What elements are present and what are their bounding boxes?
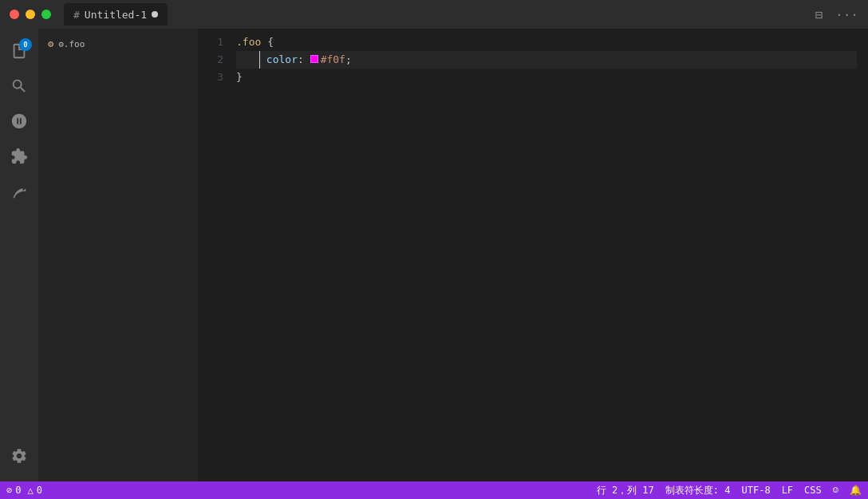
css-property: color <box>266 51 298 69</box>
titlebar: # Untitled-1 ⊟ ··· <box>0 0 868 29</box>
sidebar-file-label: ⚙.foo <box>58 39 85 49</box>
cursor <box>259 51 266 69</box>
code-line-2: color : #f0f ; <box>236 51 857 69</box>
line-number-2: 2 <box>198 51 223 69</box>
tab-hash-icon: # <box>73 9 80 21</box>
activity-bottom <box>3 440 35 481</box>
smiley-icon: ☺ <box>833 485 838 496</box>
activity-remote-icon[interactable] <box>3 175 35 207</box>
line-number-1: 1 <box>198 33 223 51</box>
titlebar-actions: ⊟ ··· <box>815 7 858 22</box>
activity-extensions-icon[interactable] <box>3 140 35 172</box>
language-text: CSS <box>804 485 822 496</box>
code-line-3: } <box>236 69 857 86</box>
encoding-text: UTF-8 <box>742 485 771 496</box>
editor-area[interactable]: 1 2 3 .foo { color : #f0f <box>198 29 868 481</box>
line-numbers: 1 2 3 <box>198 33 236 477</box>
css-semicolon: ; <box>345 51 352 69</box>
extensions-svg <box>10 147 28 165</box>
status-bar: ⊘ 0 △ 0 行 2，列 17 制表符长度: 4 UTF-8 LF CSS ☺… <box>0 481 868 499</box>
traffic-lights <box>10 10 51 19</box>
status-left: ⊘ 0 △ 0 <box>6 485 42 496</box>
tab-size-text: 制表符长度: 4 <box>665 484 731 497</box>
activity-settings-icon[interactable] <box>3 440 35 472</box>
files-badge: 0 <box>19 38 32 51</box>
status-bell[interactable]: 🔔 <box>850 485 862 496</box>
status-position[interactable]: 行 2，列 17 <box>597 484 654 497</box>
line-ending-text: LF <box>782 485 793 496</box>
status-tab-size[interactable]: 制表符长度: 4 <box>665 484 731 497</box>
activity-bar: 0 <box>0 29 38 481</box>
tab-modified-indicator <box>152 11 158 18</box>
settings-svg <box>10 447 28 465</box>
sidebar-header: ⚙ ⚙.foo <box>38 35 198 53</box>
split-editor-icon[interactable]: ⊟ <box>815 7 823 22</box>
status-errors[interactable]: ⊘ 0 △ 0 <box>6 485 42 496</box>
activity-files-icon[interactable]: 0 <box>3 35 35 67</box>
status-right: 行 2，列 17 制表符长度: 4 UTF-8 LF CSS ☺ 🔔 <box>597 484 862 497</box>
tab-area: # Untitled-1 <box>64 3 168 26</box>
code-lines[interactable]: .foo { color : #f0f ; } <box>236 33 857 477</box>
css-open-brace: { <box>261 33 274 51</box>
more-actions-icon[interactable]: ··· <box>835 7 858 22</box>
bell-icon: 🔔 <box>850 485 862 496</box>
warning-count: 0 <box>37 485 42 496</box>
sidebar-file-icon: ⚙ <box>48 38 53 49</box>
status-encoding[interactable]: UTF-8 <box>742 485 771 496</box>
activity-git-icon[interactable] <box>3 105 35 137</box>
css-value: #f0f <box>321 51 345 69</box>
status-language[interactable]: CSS <box>804 485 822 496</box>
activity-search-icon[interactable] <box>3 70 35 102</box>
editor-content: 1 2 3 .foo { color : #f0f <box>198 29 868 481</box>
main-layout: 0 <box>0 29 868 481</box>
scrollbar[interactable] <box>857 33 868 477</box>
status-line-ending[interactable]: LF <box>782 485 793 496</box>
tab-name: Untitled-1 <box>85 9 147 21</box>
editor-tab[interactable]: # Untitled-1 <box>64 3 168 26</box>
error-count: 0 <box>15 485 21 496</box>
sidebar: ⚙ ⚙.foo <box>38 29 198 481</box>
error-icon: ⊘ <box>6 485 12 496</box>
search-svg <box>10 77 28 95</box>
position-text: 行 2，列 17 <box>597 484 654 497</box>
css-close-brace: } <box>236 69 243 86</box>
line-number-3: 3 <box>198 69 223 86</box>
minimize-button[interactable] <box>26 10 35 19</box>
warning-icon: △ <box>27 485 33 496</box>
color-swatch[interactable] <box>310 55 318 63</box>
css-selector: .foo <box>236 33 261 51</box>
css-colon: : <box>298 51 310 69</box>
code-line-1: .foo { <box>236 33 857 51</box>
remote-svg <box>10 183 28 200</box>
git-svg <box>10 112 28 130</box>
close-button[interactable] <box>10 10 19 19</box>
status-smiley[interactable]: ☺ <box>833 485 838 496</box>
maximize-button[interactable] <box>41 10 51 19</box>
